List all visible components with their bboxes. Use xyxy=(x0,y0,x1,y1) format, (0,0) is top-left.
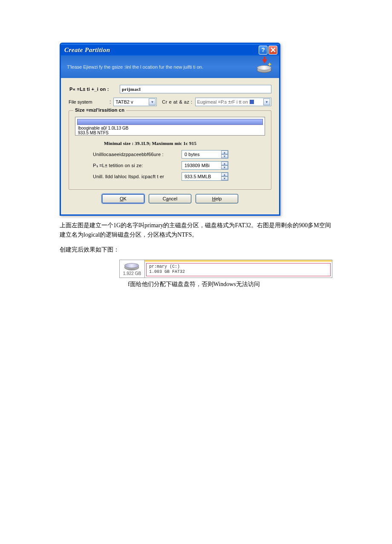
bar-line2: 933.5 MB NTFS xyxy=(78,130,127,135)
space-after-value: 933.5 MMLB xyxy=(182,174,221,179)
cancel-button[interactable]: Cancel xyxy=(149,194,191,203)
help-icon[interactable]: ? xyxy=(259,46,268,55)
ok-button[interactable]: OK xyxy=(102,194,144,203)
chevron-up-icon[interactable]: ▲ xyxy=(221,150,228,154)
minmax-text: Minimal size : 39.1L9; Maximum mic 1c 91… xyxy=(75,141,265,146)
disk-size: 1.922 GB xyxy=(123,271,141,276)
chevron-up-icon[interactable]: ▲ xyxy=(221,162,228,165)
fieldset-legend: Size =m≥l'irssition cn xyxy=(73,107,126,113)
filesystem-value: TATB2 v xyxy=(115,99,133,104)
disk-column: 1.922 GB xyxy=(119,260,145,278)
filesystem-select[interactable]: TATB2 v ▼ xyxy=(113,98,157,106)
close-icon[interactable] xyxy=(268,46,277,55)
space-after-label: Unill. lldd lahloc ltspd. icpacft t er xyxy=(93,174,182,179)
partition-info: 1.003 GB FAT32 xyxy=(149,269,328,275)
partition-name: pr:mary (C:) xyxy=(149,264,328,269)
create-as-value: Eugimeal =P.s ±rF i tt on xyxy=(197,99,248,104)
create-as-select[interactable]: Eugimeal =P.s ±rF i tt on ▼ xyxy=(195,98,271,106)
result-figure: 1.922 GB pr:mary (C:) 1.003 GB FAT32 xyxy=(119,260,332,278)
size-position-group: Size =m≥l'irssition cn lbooginable a0/ 1… xyxy=(69,110,271,190)
partition-name-input[interactable] xyxy=(120,85,271,93)
disk-icon xyxy=(124,262,140,270)
caption-2: 创建完后效果如下图： xyxy=(60,246,332,254)
caption-1: 上面左图是建立一个1G的名字叫primary的主磁盘分区，磁盘格式为FAT32。… xyxy=(60,221,332,240)
partition-column: pr:mary (C:) 1.003 GB FAT32 xyxy=(145,260,332,278)
disk-arrow-icon: ✦ xyxy=(256,60,273,74)
create-as-label: Cr e at & az : xyxy=(162,99,192,104)
partition-size-label: P₁ =L± tetition on si ze: xyxy=(93,163,182,168)
partition-bar[interactable]: lbooginable a0/ 1.0L13 GB 933.5 MB NTFS xyxy=(75,117,265,136)
partition-label: P« =L± ti +_i on : xyxy=(69,87,120,92)
chevron-down-icon[interactable]: ▼ xyxy=(263,98,270,105)
dialog-title: Create Partition xyxy=(64,46,259,54)
chevron-up-icon[interactable]: ▲ xyxy=(221,173,228,177)
banner: T'lease Ejiewzi fy the gsize :iinl the l… xyxy=(61,56,279,78)
banner-text: T'lease Ejiewzi fy the gsize :iinl the l… xyxy=(67,64,256,70)
filesystem-label: File system xyxy=(69,99,107,104)
titlebar[interactable]: Create Partition ? xyxy=(61,44,279,56)
space-before-value: 0 bytes xyxy=(182,152,221,157)
chevron-down-icon[interactable]: ▼ xyxy=(221,154,228,158)
help-button[interactable]: Help xyxy=(196,194,238,203)
bar-line1: lbooginable a0/ 1.0L13 GB xyxy=(78,126,127,130)
chevron-down-icon[interactable]: ▼ xyxy=(221,165,228,169)
create-partition-dialog: Create Partition ? T'lease Ejiewzi fy th… xyxy=(60,43,280,216)
partition-size-value: 193809 MBi xyxy=(182,163,221,168)
chevron-down-icon[interactable]: ▼ xyxy=(221,177,228,180)
checkbox-icon xyxy=(250,100,254,104)
space-before-spinner[interactable]: 0 bytes ▲ ▼ xyxy=(182,150,228,159)
space-after-spinner[interactable]: 933.5 MMLB ▲ ▼ xyxy=(182,172,228,181)
chevron-down-icon[interactable]: ▼ xyxy=(149,98,156,105)
space-before-label: Unilllocaaeeidzppaceebbf66ure : xyxy=(93,152,182,157)
partition-size-spinner[interactable]: 193809 MBi ▲ ▼ xyxy=(182,161,228,170)
caption-3: f面给他们分配下磁盘盘符，否则Windows无法访问 xyxy=(128,281,332,288)
partition-box[interactable]: pr:mary (C:) 1.003 GB FAT32 xyxy=(146,263,331,276)
